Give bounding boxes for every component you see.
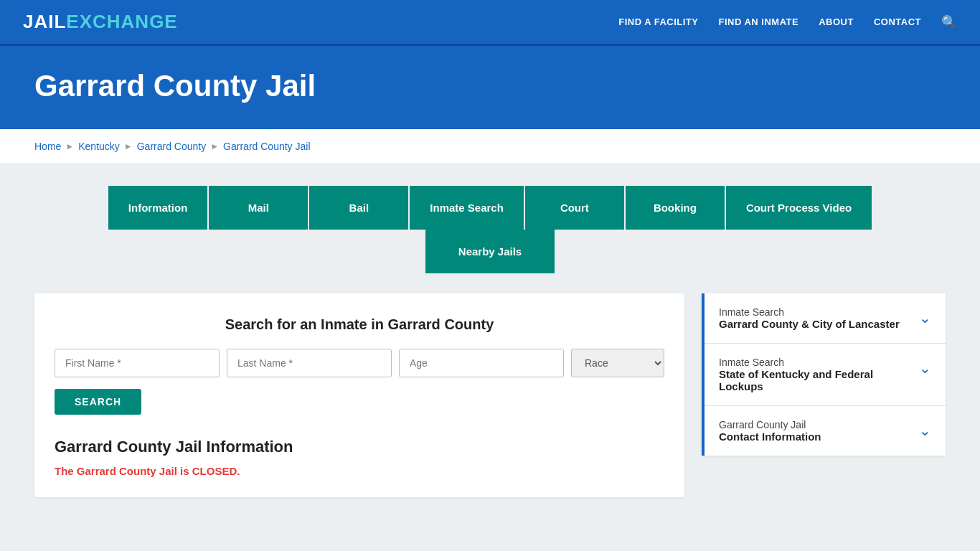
breadcrumb-home[interactable]: Home [34,141,61,152]
chevron-down-icon-2: ⌄ [919,359,931,377]
search-icon[interactable]: 🔍 [941,14,957,30]
breadcrumb-current: Garrard County Jail [223,141,310,152]
find-an-inmate-link[interactable]: FIND AN INMATE [718,17,798,27]
content-area: Information Mail Bail Inmate Search Cour… [0,164,980,551]
chevron-down-icon-1: ⌄ [919,309,931,326]
breadcrumb-garrard-county[interactable]: Garrard County [137,141,206,152]
search-title: Search for an Inmate in Garrard County [55,316,664,333]
tab-booking[interactable]: Booking [626,186,726,230]
logo[interactable]: JAILEXCHANGE [23,11,178,33]
breadcrumb: Home ► Kentucky ► Garrard County ► Garra… [34,141,946,152]
tab-nearby-jails[interactable]: Nearby Jails [425,230,555,273]
breadcrumb-sep-2: ► [124,141,133,151]
sidebar-subtitle-2: State of Kentucky and Federal Lockups [719,368,912,392]
sidebar-label-3: Garrard County Jail [719,419,821,430]
logo-exchange: EXCHANGE [66,11,177,33]
breadcrumb-sep-3: ► [210,141,219,151]
tab-mail[interactable]: Mail [209,186,309,230]
info-title: Garrard County Jail Information [55,438,664,456]
chevron-down-icon-3: ⌄ [919,422,931,439]
sidebar-label-1: Inmate Search [719,306,900,318]
sidebar-inmate-search-state[interactable]: Inmate Search State of Kentucky and Fede… [705,344,946,406]
search-button[interactable]: SEARCH [55,389,141,415]
logo-jail: JAIL [23,11,66,33]
sidebar-subtitle-3: Contact Information [719,430,821,443]
left-panel: Search for an Inmate in Garrard County R… [34,293,684,497]
tabs-row-2: Nearby Jails [34,230,946,273]
contact-link[interactable]: CONTACT [874,17,921,27]
breadcrumb-bar: Home ► Kentucky ► Garrard County ► Garra… [0,129,980,164]
tab-inmate-search[interactable]: Inmate Search [410,186,525,230]
navbar: JAILEXCHANGE FIND A FACILITY FIND AN INM… [0,0,980,46]
last-name-input[interactable] [227,349,392,377]
about-link[interactable]: ABOUT [819,17,854,27]
sidebar-subtitle-1: Garrard County & City of Lancaster [719,318,900,330]
tab-court-process-video[interactable]: Court Process Video [726,186,872,230]
tab-bail[interactable]: Bail [309,186,410,230]
page-title: Garrard County Jail [34,69,946,103]
tab-court[interactable]: Court [525,186,626,230]
nav-links: FIND A FACILITY FIND AN INMATE ABOUT CON… [618,14,957,30]
sidebar-inmate-search-local[interactable]: Inmate Search Garrard County & City of L… [705,293,946,344]
right-panel: Inmate Search Garrard County & City of L… [702,293,946,456]
main-content: Search for an Inmate in Garrard County R… [34,293,946,497]
age-input[interactable] [399,349,564,377]
breadcrumb-kentucky[interactable]: Kentucky [78,141,120,152]
breadcrumb-sep-1: ► [65,141,74,151]
sidebar-contact-info[interactable]: Garrard County Jail Contact Information … [705,406,946,456]
closed-notice: The Garrard County Jail is CLOSED. [55,465,664,477]
tabs-row-1: Information Mail Bail Inmate Search Cour… [34,186,946,230]
first-name-input[interactable] [55,349,220,377]
sidebar-label-2: Inmate Search [719,357,912,368]
race-select[interactable]: Race White Black Hispanic Asian Other [571,349,664,377]
info-section: Garrard County Jail Information The Garr… [55,438,664,477]
hero-section: Garrard County Jail [0,46,980,129]
tab-information[interactable]: Information [108,186,209,230]
find-a-facility-link[interactable]: FIND A FACILITY [618,17,698,27]
search-form: Race White Black Hispanic Asian Other [55,349,664,377]
